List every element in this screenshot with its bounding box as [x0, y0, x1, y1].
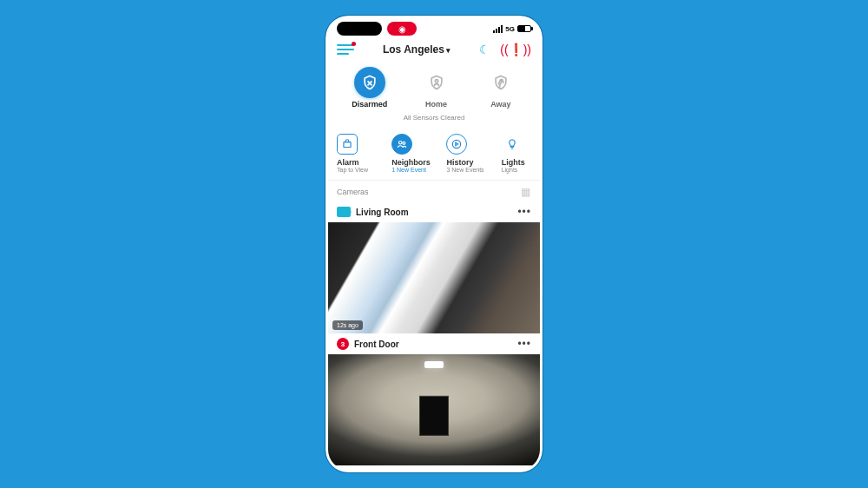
- location-selector[interactable]: Los Angeles: [361, 43, 472, 56]
- shortcut-lights[interactable]: Lights Lights: [502, 134, 531, 173]
- grid-layout-icon[interactable]: ▦: [521, 186, 531, 198]
- shortcut-row: Alarm Tap to View Neighbors 1 New Event …: [328, 129, 540, 181]
- shortcut-neighbors[interactable]: Neighbors 1 New Event: [391, 134, 441, 173]
- mode-home[interactable]: Home: [421, 67, 452, 109]
- recording-pill: [387, 22, 417, 36]
- shortcut-history[interactable]: History 3 New Events: [446, 134, 496, 173]
- shortcut-title: Lights: [502, 158, 531, 167]
- shortcut-title: History: [446, 158, 496, 167]
- more-icon[interactable]: •••: [517, 338, 531, 350]
- camera-row-living-room[interactable]: Living Room •••: [328, 201, 540, 222]
- mode-label: Disarmed: [352, 100, 387, 109]
- shortcut-title: Neighbors: [391, 158, 441, 167]
- cameras-section-header: Cameras ▦: [328, 181, 540, 201]
- camera-name: Living Room: [356, 208, 512, 217]
- menu-icon[interactable]: [337, 44, 354, 55]
- shortcut-subtitle: Tap to View: [337, 167, 386, 173]
- home-shield-icon: [421, 67, 452, 98]
- siren-icon[interactable]: ((❗)): [500, 43, 531, 56]
- camera-icon: [337, 207, 351, 217]
- battery-icon: [517, 25, 531, 32]
- signal-bars-icon: [493, 25, 503, 33]
- svg-rect-2: [344, 142, 351, 148]
- svg-point-0: [435, 80, 437, 82]
- shortcut-alarm[interactable]: Alarm Tap to View: [337, 134, 386, 173]
- mode-label: Home: [425, 100, 447, 109]
- moon-icon[interactable]: ☾: [479, 43, 493, 56]
- shortcut-subtitle: 3 New Events: [446, 167, 496, 173]
- section-title: Cameras: [337, 188, 369, 196]
- lightbulb-icon: [502, 134, 523, 155]
- event-badge: 3: [337, 338, 349, 350]
- more-icon[interactable]: •••: [517, 206, 531, 218]
- camera-thumbnail-living-room[interactable]: 12s ago: [328, 222, 540, 333]
- camera-thumbnail-front-door[interactable]: [328, 354, 540, 465]
- history-icon: [446, 134, 467, 155]
- svg-point-5: [453, 140, 461, 148]
- phone-frame: 5G Los Angeles ☾ ((❗)) Disarmed Home Awa…: [326, 16, 542, 472]
- camera-row-front-door[interactable]: 3 Front Door •••: [328, 333, 540, 354]
- top-nav: Los Angeles ☾ ((❗)): [328, 37, 540, 62]
- disarmed-shield-icon: [354, 67, 385, 98]
- shortcut-subtitle: Lights: [502, 167, 531, 173]
- mode-disarmed[interactable]: Disarmed: [352, 67, 387, 109]
- away-shield-icon: [485, 67, 516, 98]
- alarm-icon: [337, 134, 358, 155]
- mode-label: Away: [490, 100, 510, 109]
- timestamp: 12s ago: [332, 320, 363, 330]
- shortcut-subtitle: 1 New Event: [391, 167, 441, 173]
- svg-point-4: [403, 142, 405, 144]
- mode-away[interactable]: Away: [485, 67, 516, 109]
- system-statusbar: 5G: [328, 18, 540, 37]
- camera-name: Front Door: [354, 340, 512, 349]
- notch: [337, 22, 382, 36]
- neighbors-icon: [391, 134, 412, 155]
- svg-point-3: [399, 142, 403, 145]
- shortcut-title: Alarm: [337, 158, 386, 167]
- sensor-status: All Sensors Cleared: [328, 110, 540, 129]
- network-label: 5G: [505, 25, 515, 33]
- arm-mode-row: Disarmed Home Away: [328, 62, 540, 110]
